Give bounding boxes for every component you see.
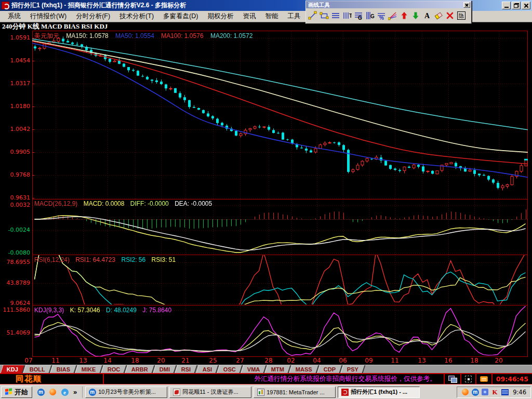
indicator-tab-cdp[interactable]: CDP xyxy=(317,365,343,373)
ma50-legend: MA50: 1.0554 xyxy=(115,32,154,39)
kdj-title: KDJ(9,3,3) xyxy=(34,307,64,314)
indicator-tab-kdj[interactable]: KDJ xyxy=(1,365,25,373)
text-tool[interactable]: A xyxy=(422,9,432,22)
windows-flag-icon xyxy=(5,388,12,396)
trendline-tool[interactable] xyxy=(308,9,318,22)
x-axis-label: 16 xyxy=(442,357,455,364)
y-axis-tick-label: 78.6955 xyxy=(0,259,30,265)
x-axis-label: 11 xyxy=(388,357,402,364)
indicator-tab-psy[interactable]: PSY xyxy=(341,365,366,373)
y-axis-tick-label: 1.0042 xyxy=(0,126,30,132)
menu-item-8[interactable]: 智能 xyxy=(260,11,283,22)
menu-item-1[interactable]: 系统 xyxy=(3,11,25,22)
tray-clock: 9:46 xyxy=(511,389,526,396)
indicator-tab-roc[interactable]: ROC xyxy=(101,365,127,373)
y-axis-tick-label: 0.9905 xyxy=(0,149,30,155)
x-axis-label: 14 xyxy=(101,357,114,364)
tray-firewall-icon[interactable] xyxy=(501,388,509,396)
indicator-tab-bias[interactable]: BIAS xyxy=(50,365,77,373)
tray-maxthon-icon[interactable]: m xyxy=(471,388,479,396)
menu-item-7[interactable]: 资讯 xyxy=(238,11,260,22)
indicator-tab-mike[interactable]: MIKE xyxy=(75,365,103,373)
x-axis: 07111314182021252728020406091113161820 xyxy=(0,357,532,365)
indicator-tab-asi[interactable]: ASI xyxy=(196,365,219,373)
menu-item-4[interactable]: 技术分析(T) xyxy=(115,11,158,22)
indicator-tab-arbr[interactable]: ARBR xyxy=(125,365,155,373)
quick-launch-overflow[interactable]: » xyxy=(72,388,78,396)
tray-puzzle-icon[interactable] xyxy=(481,388,489,396)
chart-legend: 美元加元 MA150: 1.0578 MA50: 1.0554 MA100: 1… xyxy=(34,32,258,41)
x-axis-label: 20 xyxy=(154,357,168,364)
menu-item-3[interactable]: 分时分析(F) xyxy=(71,11,115,22)
indicator-tab-dmi[interactable]: DMI xyxy=(153,365,177,373)
message-indicator[interactable] xyxy=(475,374,491,384)
x-axis-label: 18 xyxy=(128,357,142,364)
x-axis-label: 02 xyxy=(284,357,298,364)
y-axis-tick-label: 1.0317 xyxy=(0,81,30,87)
macd-title: MACD(26,12,9) xyxy=(34,200,77,207)
cmb-icon xyxy=(341,388,349,396)
rsi3-value: RSI3: 51 xyxy=(152,256,176,263)
display-indicator[interactable] xyxy=(460,374,475,384)
parallel-lines-tool[interactable] xyxy=(330,9,341,22)
x-axis-label: 21 xyxy=(179,357,192,364)
drawing-tools-close-button[interactable] xyxy=(463,2,470,8)
indicator-tab-osc[interactable]: OSC xyxy=(217,365,243,373)
indicator-tab-mtm[interactable]: MTM xyxy=(265,365,291,373)
minimize-button[interactable] xyxy=(502,2,511,9)
svg-text:隐: 隐 xyxy=(459,13,464,19)
indicator-tab-vma[interactable]: VMA xyxy=(241,365,267,373)
percent-lines-tool[interactable]: % xyxy=(376,9,387,22)
eraser-tool[interactable] xyxy=(433,9,444,22)
connection-indicator[interactable] xyxy=(444,374,460,384)
period-lines-tool[interactable]: T xyxy=(342,9,352,22)
ie-icon[interactable]: e xyxy=(60,388,69,396)
close-button[interactable] xyxy=(522,2,530,9)
macd-header: MACD(26,12,9) MACD: 0.0008 DIFF: -0.0000… xyxy=(34,200,216,207)
ma150-legend: MA150: 1.0578 xyxy=(66,32,108,39)
drawing-tools-titlebar[interactable]: 画线工具 xyxy=(306,1,471,8)
down-arrow-tool[interactable] xyxy=(410,9,421,22)
golden-section-tool[interactable]: G xyxy=(353,9,364,22)
fan-lines-tool[interactable] xyxy=(388,9,398,22)
taskbar-task-3[interactable]: 197881: MetaTrader ... xyxy=(254,387,336,398)
status-message: 外汇通行情分析系统报价非招商银行交易系统报价，仅供参考。 xyxy=(104,375,444,383)
menu-item-2[interactable]: 行情报价(W) xyxy=(25,11,71,22)
symbol-label: 美元加元 xyxy=(34,32,59,39)
gann-lines-tool[interactable]: G xyxy=(365,9,375,22)
indicator-tab-boll[interactable]: BOLL xyxy=(23,365,52,373)
tray-kaspersky-icon[interactable]: K xyxy=(491,388,499,396)
indicator-tab-mass[interactable]: MASS xyxy=(289,365,320,373)
taskbar-task-4[interactable]: 招行外汇1 (fxhq1) - ... xyxy=(338,387,420,398)
y-axis-tick-label: 111.5860 xyxy=(0,307,30,313)
maxthon-icon[interactable]: m xyxy=(36,388,45,396)
taskbar-task-1[interactable]: m10月23号非美分析策... xyxy=(85,387,167,398)
status-clock: 09:46:45 xyxy=(491,374,532,384)
menu-item-5[interactable]: 多窗看盘(D) xyxy=(158,11,203,22)
start-button[interactable]: 开始 xyxy=(1,387,32,398)
kdj-header: KDJ(9,3,3) K: 57.3046 D: 48.0249 J: 75.8… xyxy=(34,307,176,314)
ma100-legend: MA100: 1.0576 xyxy=(161,32,203,39)
minimize-icon xyxy=(504,7,509,8)
rectangle-tool[interactable] xyxy=(319,9,329,22)
y-axis-tick-label: 1.0454 xyxy=(0,58,30,64)
restore-button[interactable] xyxy=(512,2,521,9)
rsi-header: RSI(6,12,24) RSI1: 64.4723 RSI2: 56 RSI3… xyxy=(34,256,180,263)
taskbar-task-2[interactable]: 同花顺11 - 汉唐证券... xyxy=(169,387,251,398)
quick-launch: me» xyxy=(32,387,83,398)
svg-text:%: % xyxy=(379,15,384,20)
macd-value: MACD: 0.0008 xyxy=(84,200,125,207)
up-arrow-tool[interactable] xyxy=(399,9,409,22)
y-axis-tick-label: -0.0024 xyxy=(0,227,30,233)
x-axis-label: 09 xyxy=(362,357,376,364)
delete-tool[interactable] xyxy=(445,9,455,22)
hide-tool[interactable]: 隐 xyxy=(456,9,467,22)
rsi2-value: RSI2: 56 xyxy=(121,256,145,263)
drawing-tools-window[interactable]: 画线工具 TGG%A隐 xyxy=(305,1,472,24)
menu-item-6[interactable]: 期权分析 xyxy=(203,11,238,22)
indicator-tab-rsi[interactable]: RSI xyxy=(175,365,198,373)
menu-item-9[interactable]: 工具 xyxy=(283,11,305,22)
firefox-icon[interactable] xyxy=(48,388,57,396)
y-axis-tick-label: -0.0080 xyxy=(0,250,30,256)
tray-firefox-icon[interactable] xyxy=(461,388,469,396)
